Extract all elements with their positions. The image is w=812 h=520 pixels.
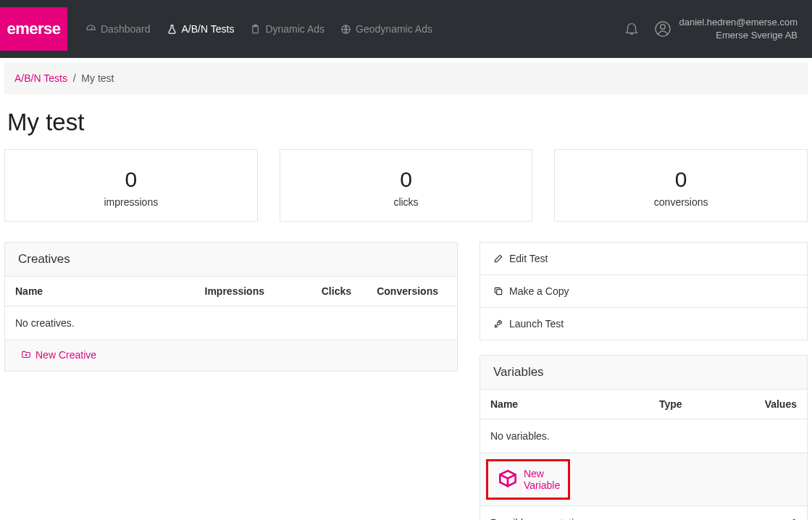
stat-conversions: 0 conversions <box>554 149 808 222</box>
variables-title: Variables <box>480 356 807 390</box>
stats-row: 0 impressions 0 clicks 0 conversions <box>4 149 808 222</box>
stat-value: 0 <box>288 167 525 192</box>
brand-text: emerse <box>7 20 60 38</box>
right-column: Edit Test Make a Copy Launch Test Variab… <box>480 242 808 520</box>
test-actions-card: Edit Test Make a Copy Launch Test <box>480 242 808 340</box>
folder-plus-icon <box>21 350 31 360</box>
svg-rect-5 <box>497 290 502 295</box>
variables-empty: No variables. <box>480 419 807 453</box>
stat-clicks: 0 clicks <box>280 149 533 222</box>
edit-test-button[interactable]: Edit Test <box>480 243 807 275</box>
page-title: My test <box>4 94 808 149</box>
stat-value: 0 <box>562 167 800 192</box>
new-creative-button[interactable]: New Creative <box>21 349 96 361</box>
user-icon <box>654 20 671 38</box>
gauge-icon <box>85 24 96 35</box>
nav-dynamic-ads[interactable]: Dynamic Ads <box>250 23 325 35</box>
pencil-icon <box>493 253 503 264</box>
stat-label: clicks <box>288 196 525 208</box>
action-label: Make a Copy <box>509 285 569 297</box>
bell-icon <box>624 20 640 36</box>
permutations-row: Possible permutations 1 <box>480 506 807 520</box>
rocket-icon <box>493 319 503 329</box>
main-nav: Dashboard A/B/N Tests Dynamic Ads Geodyn… <box>85 23 432 35</box>
brand-logo[interactable]: emerse <box>0 7 67 51</box>
page-content: A/B/N Tests / My test My test 0 impressi… <box>0 58 812 520</box>
breadcrumb-current: My test <box>81 72 114 84</box>
new-variable-label: New Variable <box>524 468 560 491</box>
action-label: Launch Test <box>509 318 564 330</box>
nav-label: A/B/N Tests <box>182 23 235 35</box>
user-email: daniel.hedren@emerse.com <box>679 16 798 29</box>
th-clicks: Clicks <box>273 285 360 297</box>
user-menu[interactable]: daniel.hedren@emerse.com Emerse Sverige … <box>654 16 798 41</box>
th-var-type: Type <box>659 398 746 410</box>
nav-label: Dynamic Ads <box>265 23 325 35</box>
breadcrumb-root[interactable]: A/B/N Tests <box>14 72 67 84</box>
th-var-values: Values <box>746 398 797 410</box>
globe-icon <box>340 24 351 35</box>
copy-icon <box>493 286 503 296</box>
creatives-card: Creatives Name Impressions Clicks Conver… <box>4 242 458 372</box>
th-conversions: Conversions <box>360 285 447 297</box>
action-label: Edit Test <box>509 253 548 264</box>
cube-plus-icon <box>496 468 519 491</box>
new-creative-label: New Creative <box>35 349 96 361</box>
th-impressions: Impressions <box>186 285 273 297</box>
creatives-footer: New Creative <box>5 340 457 371</box>
nav-label: Geodynamic Ads <box>356 23 432 35</box>
flask-icon <box>167 24 177 35</box>
user-info: daniel.hedren@emerse.com Emerse Sverige … <box>679 16 798 41</box>
user-org: Emerse Sverige AB <box>679 29 798 42</box>
variables-footer: New Variable <box>480 453 807 506</box>
th-var-name: Name <box>490 398 659 410</box>
stat-label: conversions <box>562 196 800 208</box>
topbar-right: daniel.hedren@emerse.com Emerse Sverige … <box>624 16 798 41</box>
breadcrumb-sep: / <box>73 72 76 84</box>
stat-impressions: 0 impressions <box>4 149 258 222</box>
permutations-label: Possible permutations <box>490 517 590 520</box>
creatives-table-head: Name Impressions Clicks Conversions <box>5 277 457 306</box>
variables-card: Variables Name Type Values No variables.… <box>480 355 808 520</box>
th-name: Name <box>15 285 186 297</box>
permutations-value: 1 <box>791 517 797 520</box>
nav-geodynamic-ads[interactable]: Geodynamic Ads <box>340 23 432 35</box>
breadcrumb: A/B/N Tests / My test <box>4 62 808 94</box>
svg-point-4 <box>661 25 665 29</box>
svg-point-6 <box>499 322 500 323</box>
creatives-title: Creatives <box>5 243 457 277</box>
main-columns: Creatives Name Impressions Clicks Conver… <box>4 242 808 520</box>
nav-abn-tests[interactable]: A/B/N Tests <box>167 23 235 35</box>
stat-value: 0 <box>12 167 250 192</box>
launch-test-button[interactable]: Launch Test <box>480 308 807 340</box>
clipboard-icon <box>250 24 261 35</box>
stat-label: impressions <box>12 196 250 208</box>
nav-dashboard[interactable]: Dashboard <box>85 23 151 35</box>
creatives-empty: No creatives. <box>5 306 457 340</box>
topbar: emerse Dashboard A/B/N Tests Dynamic Ads… <box>0 0 812 58</box>
nav-label: Dashboard <box>101 23 151 35</box>
new-variable-button[interactable]: New Variable <box>486 459 570 500</box>
notifications-button[interactable] <box>624 20 640 38</box>
left-column: Creatives Name Impressions Clicks Conver… <box>4 242 458 386</box>
variables-table-head: Name Type Values <box>480 390 807 419</box>
make-copy-button[interactable]: Make a Copy <box>480 275 807 308</box>
